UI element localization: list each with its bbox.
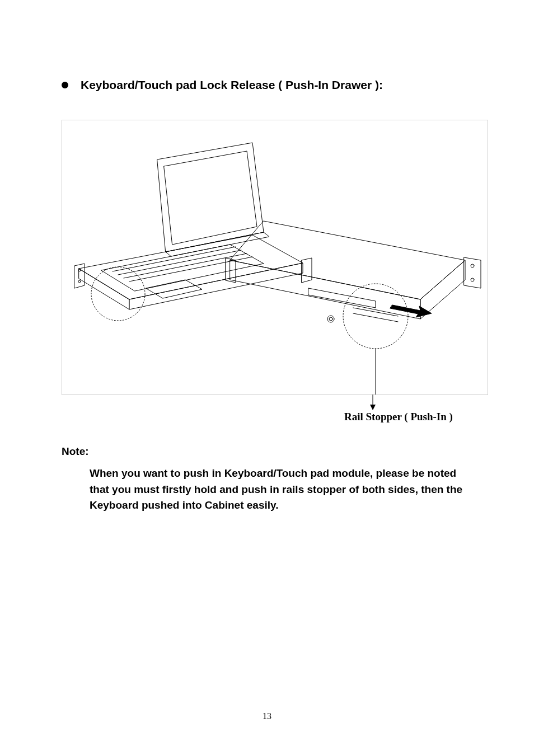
note-label: Note:	[62, 445, 484, 458]
svg-point-8	[343, 284, 408, 349]
technical-figure	[62, 120, 488, 395]
document-page: Keyboard/Touch pad Lock Release ( Push-I…	[0, 0, 534, 756]
svg-point-5	[471, 278, 474, 281]
svg-point-7	[329, 317, 332, 321]
figure-caption-row: Rail Stopper ( Push-In )	[62, 395, 487, 429]
svg-point-6	[327, 316, 334, 322]
arrow-down-icon	[367, 395, 378, 411]
section-heading: Keyboard/Touch pad Lock Release ( Push-I…	[81, 78, 383, 92]
kvm-drawer-illustration	[62, 120, 488, 395]
note-block: Note: When you want to push in Keyboard/…	[62, 445, 484, 514]
svg-point-4	[471, 264, 474, 267]
svg-marker-11	[370, 405, 376, 410]
page-number: 13	[0, 711, 534, 721]
svg-point-2	[78, 280, 81, 283]
heading-row: Keyboard/Touch pad Lock Release ( Push-I…	[62, 78, 484, 92]
note-body: When you want to push in Keyboard/Touch …	[90, 466, 470, 514]
figure-caption: Rail Stopper ( Push-In )	[344, 411, 453, 423]
bullet-icon	[62, 82, 68, 88]
